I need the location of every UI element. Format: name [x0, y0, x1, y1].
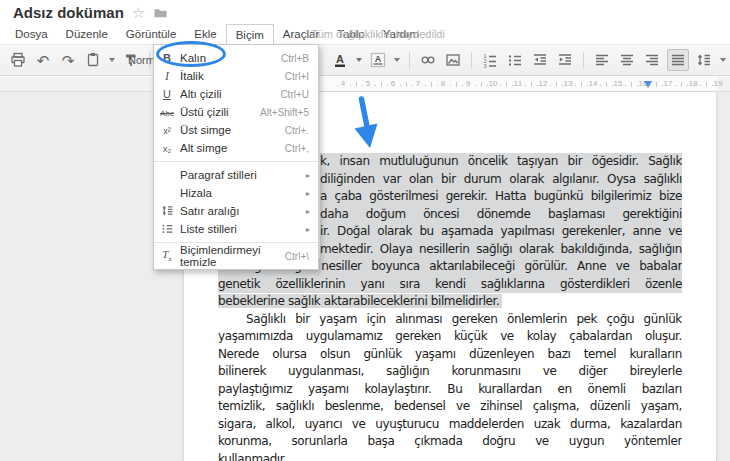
- ruler-tick: [406, 82, 407, 87]
- submenu-arrow-icon: ▸: [306, 189, 318, 198]
- dropdown-caret-icon[interactable]: [356, 58, 362, 62]
- menu-item-shortcut: Ctrl+\: [285, 251, 318, 262]
- numbered-list-icon[interactable]: 123: [480, 50, 500, 70]
- annotation-ellipse: [156, 41, 226, 67]
- svg-text:3: 3: [484, 63, 487, 69]
- format-menu-item-üst-simge[interactable]: x²Üst simgeCtrl+.: [154, 121, 318, 139]
- format-menu-item-satır-aralığı[interactable]: Satır aralığı▸: [154, 202, 318, 220]
- toolbar-separator: [583, 52, 584, 69]
- format-menu-item-alt-simge[interactable]: x₂Alt simgeCtrl+,: [154, 139, 318, 157]
- align-center-icon[interactable]: [617, 50, 637, 70]
- document-title[interactable]: Adsız doküman: [13, 4, 124, 21]
- increase-indent-icon[interactable]: [555, 50, 575, 70]
- menubar-item-düzenle[interactable]: Düzenle: [57, 24, 117, 44]
- toolbar-right-group: AA123: [330, 45, 727, 75]
- menubar-item-görüntüle[interactable]: Görüntüle: [117, 24, 186, 44]
- text-color-icon[interactable]: A: [330, 50, 350, 70]
- toolbar: ↶↷ Normal m... AA123: [0, 44, 730, 76]
- menu-item-label: İtalik: [180, 70, 285, 82]
- format-menu-item-altı-çizili[interactable]: UAltı çiziliCtrl+U: [154, 85, 318, 103]
- document-header: Adsız doküman ☆: [13, 4, 168, 21]
- ruler-tick: [556, 82, 557, 87]
- highlight-color-icon[interactable]: A: [368, 50, 388, 70]
- folder-icon[interactable]: [153, 6, 168, 19]
- ruler-number: 7: [416, 79, 420, 88]
- insert-image-icon[interactable]: [443, 50, 463, 70]
- dropdown-caret-icon[interactable]: [109, 58, 115, 62]
- print-icon[interactable]: [8, 50, 28, 70]
- align-right-icon[interactable]: [642, 50, 662, 70]
- menubar-item-biçim[interactable]: Biçim: [226, 24, 274, 44]
- menu-item-shortcut: Ctrl+U: [280, 89, 318, 100]
- ruler-tick: [575, 85, 576, 86]
- ruler-tick: [656, 82, 657, 87]
- ruler-tick: [350, 85, 351, 86]
- line-spacing-icon: [154, 204, 180, 219]
- ruler-number: 4: [341, 79, 345, 88]
- menu-item-label: Biçimlendirmeyi temizle: [180, 244, 285, 268]
- strikethrough-icon: Abc: [154, 107, 180, 118]
- undo-icon[interactable]: ↶: [33, 50, 53, 70]
- ruler-tick: [562, 85, 563, 86]
- insert-link-icon[interactable]: [418, 50, 438, 70]
- format-menu-item-üstü-çizili[interactable]: AbcÜstü çiziliAlt+Shift+5: [154, 103, 318, 121]
- format-menu-item-biçimlendirmeyi-temizle[interactable]: TxBiçimlendirmeyi temizleCtrl+\: [154, 247, 318, 265]
- ruler-tick: [425, 85, 426, 86]
- decrease-indent-icon[interactable]: [530, 50, 550, 70]
- ruler-tick: [412, 85, 413, 86]
- ruler-tick: [637, 85, 638, 86]
- text-line: korunma,sorunlarlabaşaçıkmadadoğruveuygu…: [218, 433, 682, 451]
- superscript-icon: x²: [154, 125, 180, 136]
- text-line: dahadoğumöncesidönemdebaşlamasıgerektiği…: [320, 206, 682, 224]
- align-left-icon[interactable]: [592, 50, 612, 70]
- ruler-tick: [431, 82, 432, 87]
- ruler-tick: [662, 85, 663, 86]
- ruler-tick: [437, 85, 438, 86]
- ruler-number: 11: [514, 79, 522, 88]
- line-spacing-icon[interactable]: [694, 50, 714, 70]
- paste-icon[interactable]: [83, 50, 103, 70]
- ruler-tick: [581, 82, 582, 87]
- ruler-tick: [600, 85, 601, 86]
- clear-formatting-icon: Tx: [154, 248, 180, 263]
- menu-separator: [154, 161, 318, 162]
- menu-item-label: Liste stilleri: [180, 223, 306, 235]
- ruler-tick: [675, 85, 676, 86]
- svg-text:A: A: [336, 53, 344, 65]
- ruler-tick: [625, 85, 626, 86]
- format-menu-item-paragraf-stilleri[interactable]: Paragraf stilleri▸: [154, 166, 318, 184]
- menu-item-shortcut: Ctrl+B: [281, 53, 318, 64]
- menubar-item-dosya[interactable]: Dosya: [6, 24, 57, 44]
- bulleted-list-icon[interactable]: [505, 50, 525, 70]
- submenu-arrow-icon: ▸: [306, 207, 318, 216]
- toolbar-separator: [409, 52, 410, 69]
- menu-item-shortcut: Ctrl+.: [285, 125, 318, 136]
- ruler-tick: [550, 85, 551, 86]
- ruler-tick: [387, 85, 388, 86]
- star-icon[interactable]: ☆: [132, 5, 145, 20]
- menu-item-label: Paragraf stilleri: [180, 169, 306, 181]
- ruler-tick: [400, 85, 401, 86]
- ruler-tick: [337, 85, 338, 86]
- ruler-tick: [537, 85, 538, 86]
- ruler-tick: [587, 85, 588, 86]
- menu-item-label: Üst simge: [180, 124, 285, 136]
- format-menu-item-i̇talik[interactable]: IİtalikCtrl+I: [154, 67, 318, 85]
- text-line: Sağlıklıbiryaşamiçinalınmasıgerekenönlem…: [218, 311, 682, 329]
- justify-icon[interactable]: [667, 49, 689, 71]
- dropdown-caret-icon[interactable]: [394, 58, 400, 62]
- underline-icon: U: [154, 88, 180, 100]
- ruler-number: 14: [589, 79, 598, 88]
- format-menu-item-liste-stilleri[interactable]: Liste stilleri▸: [154, 220, 318, 238]
- ruler-tick: [681, 82, 682, 87]
- annotation-arrow-icon: [345, 92, 395, 154]
- redo-icon[interactable]: ↷: [58, 50, 78, 70]
- menu-item-shortcut: Alt+Shift+5: [260, 107, 318, 118]
- right-indent-marker[interactable]: [644, 81, 652, 88]
- menu-item-label: Satır aralığı: [180, 205, 306, 217]
- format-menu-item-hizala[interactable]: Hizala▸: [154, 184, 318, 202]
- text-line: Neredeolursaolsungünlükyaşamıdüzenleyenb…: [218, 346, 682, 364]
- dropdown-caret-icon[interactable]: [720, 58, 726, 62]
- text-line: kullanmadır.: [218, 451, 682, 461]
- submenu-arrow-icon: ▸: [306, 171, 318, 180]
